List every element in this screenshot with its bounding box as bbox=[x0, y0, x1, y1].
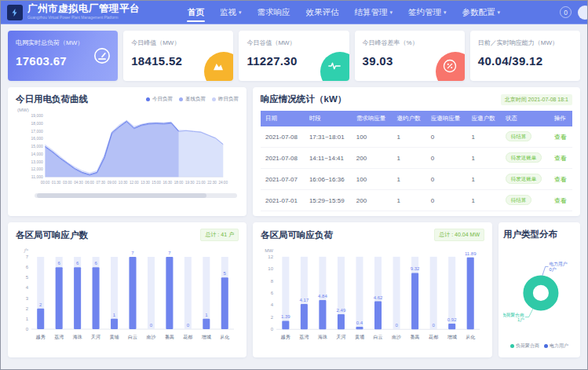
nav-item-0[interactable]: 首页 bbox=[180, 1, 212, 24]
x-tick-label: 10:30 bbox=[119, 181, 128, 185]
nav-item-5[interactable]: 签约管理▾ bbox=[400, 1, 455, 24]
nav-item-6[interactable]: 参数配置▾ bbox=[455, 1, 509, 24]
x-category-label: 番禺 bbox=[165, 334, 174, 340]
status-badge: 待结算 bbox=[506, 131, 532, 141]
kpi-card-0: 电网实时总负荷（MW）17603.67 bbox=[8, 31, 118, 81]
y-tick-label: 8 bbox=[271, 279, 274, 284]
x-tick-label: 16:30 bbox=[163, 181, 173, 185]
bar-value-label: 11.89 bbox=[465, 251, 477, 256]
nav-item-3[interactable]: 效果评估 bbox=[298, 1, 347, 24]
column-header-0: 日期 bbox=[261, 111, 306, 126]
x-category-label: 从化 bbox=[220, 335, 229, 340]
x-category-label: 南沙 bbox=[392, 335, 401, 339]
x-category-label: 从化 bbox=[466, 335, 475, 340]
legend-label: 基线负荷 bbox=[185, 96, 206, 103]
bar bbox=[411, 273, 418, 329]
response-table: 日期时段需求响应量邀约户数应邀响应量应邀户数状态操作 2021-07-0817:… bbox=[261, 111, 572, 211]
top-nav-bar: 广州市虚拟电厂管理平台 Guangzhou Virtual Power Plan… bbox=[1, 1, 587, 24]
x-category-label: 增城 bbox=[202, 335, 211, 340]
cell-period: 17:31~18:01 bbox=[306, 126, 353, 148]
bar-value-label: 9.32 bbox=[411, 266, 420, 271]
x-tick-label: 03:00 bbox=[63, 181, 72, 185]
user-type-title: 用户类型分布 bbox=[503, 229, 557, 240]
cell-date: 2021-07-01 bbox=[261, 190, 306, 211]
view-link[interactable]: 查看 bbox=[554, 176, 567, 183]
x-tick-label: 00:00 bbox=[41, 181, 50, 185]
nav-item-label: 结算管理 bbox=[355, 7, 388, 18]
nav-item-label: 效果评估 bbox=[306, 7, 339, 18]
view-link[interactable]: 查看 bbox=[554, 134, 567, 141]
x-tick-label: 15:00 bbox=[152, 181, 161, 185]
view-link[interactable]: 查看 bbox=[554, 197, 567, 204]
nav-item-label: 签约管理 bbox=[408, 7, 441, 18]
kpi-label: 今日峰谷差率（%） bbox=[363, 38, 457, 47]
beijing-time-badge: 北京时间 2021-07-08 18:1 bbox=[501, 94, 572, 105]
nav-item-4[interactable]: 结算管理▾ bbox=[347, 1, 401, 24]
x-category-label: 天河 bbox=[91, 335, 100, 339]
legend-dot bbox=[510, 344, 514, 348]
datazoom-slider[interactable] bbox=[35, 193, 237, 198]
cell-status: 待发送账单 bbox=[502, 148, 551, 169]
bar-track bbox=[430, 257, 437, 329]
callout-line bbox=[542, 266, 549, 276]
bar-track bbox=[356, 257, 363, 329]
pulse-icon bbox=[327, 59, 341, 73]
cell-invited: 1 bbox=[394, 169, 428, 190]
nav-item-2[interactable]: 需求响应 bbox=[250, 1, 298, 24]
bar bbox=[448, 324, 455, 329]
column-header-3: 邀约户数 bbox=[394, 111, 428, 126]
bar bbox=[74, 267, 81, 329]
x-category-label: 海珠 bbox=[318, 335, 327, 339]
cell-responded: 0 bbox=[428, 126, 469, 148]
cell-action: 查看 bbox=[551, 126, 572, 148]
legend-item-0[interactable]: 今日负荷 bbox=[146, 96, 173, 103]
x-category-label: 花都 bbox=[429, 334, 438, 340]
x-tick-label: 13:30 bbox=[141, 181, 150, 185]
cell-date: 2021-07-08 bbox=[261, 148, 306, 169]
status-badge: 待结算 bbox=[506, 195, 532, 205]
y-tick-label: 13,000 bbox=[31, 159, 43, 164]
unit-label: MW bbox=[265, 248, 273, 253]
nav-item-1[interactable]: 监视▾ bbox=[212, 1, 250, 24]
y-tick-label: 1 bbox=[26, 317, 29, 321]
cell-responded: 0 bbox=[428, 169, 469, 190]
view-link[interactable]: 查看 bbox=[554, 155, 567, 162]
bottom-row: 各区局可响应户数 总计 : 41 户 户012345672越秀6荔湾6海珠6天河… bbox=[8, 222, 580, 357]
y-tick-label: 0 bbox=[26, 327, 29, 332]
donut-legend-item-1[interactable]: 电力用户 bbox=[544, 343, 568, 350]
bar bbox=[467, 258, 474, 329]
donut-ring-负荷聚合商 bbox=[528, 280, 554, 306]
avatar[interactable] bbox=[578, 5, 588, 20]
x-category-label: 天河 bbox=[336, 334, 345, 339]
x-category-label: 白云 bbox=[374, 335, 383, 340]
legend-label: 昨日负荷 bbox=[218, 96, 239, 103]
y-tick-label: 2 bbox=[26, 306, 29, 311]
notification-badge[interactable]: 0 bbox=[560, 6, 572, 18]
legend-item-2[interactable]: 昨日负荷 bbox=[212, 96, 239, 103]
x-category-label: 荔湾 bbox=[299, 334, 309, 340]
cell-demand: 200 bbox=[353, 148, 394, 169]
cell-responded: 0 bbox=[428, 190, 469, 211]
nav-item-label: 首页 bbox=[188, 7, 204, 18]
column-header-1: 时段 bbox=[306, 111, 353, 126]
legend-item-1[interactable]: 基线负荷 bbox=[179, 96, 206, 103]
cell-status: 待发送账单 bbox=[502, 169, 551, 190]
y-tick-label: 6 bbox=[26, 265, 29, 269]
legend-dot bbox=[212, 97, 216, 101]
x-category-label: 越秀 bbox=[36, 334, 46, 340]
percent-icon bbox=[443, 59, 457, 73]
donut-legend-item-0[interactable]: 负荷聚合商 bbox=[510, 343, 539, 350]
bar-value-label: 4.17 bbox=[300, 298, 309, 302]
user-type-donut-chart: 电力用户0户负荷聚合商1户 bbox=[503, 251, 575, 332]
panel-head: 用户类型分布 bbox=[503, 229, 575, 240]
user-type-panel: 用户类型分布 电力用户0户负荷聚合商1户 负荷聚合商电力用户 bbox=[499, 222, 580, 357]
datazoom-thumb[interactable] bbox=[37, 193, 207, 198]
y-tick-label: 6 bbox=[271, 291, 274, 295]
x-tick-label: 06:00 bbox=[85, 181, 94, 185]
load-total-badge: 总计 : 40.04 MW bbox=[434, 229, 484, 241]
series-area-0 bbox=[45, 121, 178, 177]
cell-invited: 1 bbox=[394, 148, 428, 169]
kpi-label: 电网实时总负荷（MW） bbox=[16, 38, 110, 47]
column-header-5: 应邀户数 bbox=[469, 111, 502, 126]
app-title: 广州市虚拟电厂管理平台 bbox=[27, 4, 141, 14]
